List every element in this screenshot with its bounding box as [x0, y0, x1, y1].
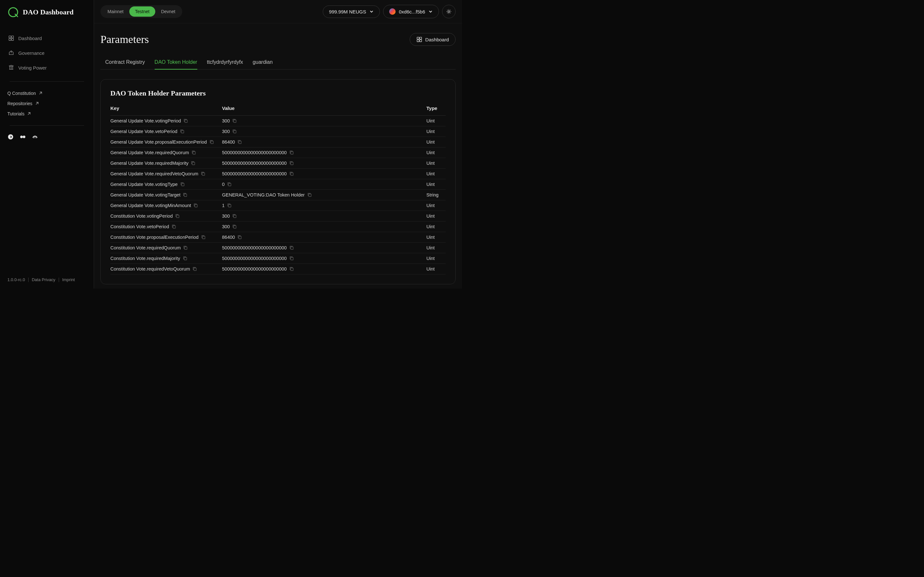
version: 1.0.0-rc.0	[7, 277, 25, 282]
copy-icon[interactable]	[289, 267, 294, 271]
copy-icon[interactable]	[184, 119, 188, 123]
copy-icon[interactable]	[201, 235, 206, 239]
table-row: General Update Vote.votingMinAmount1Uint	[110, 200, 446, 211]
footer-divider	[28, 277, 29, 282]
link-repositories[interactable]: Repositories	[7, 98, 86, 109]
cell-type: Uint	[426, 161, 446, 166]
svg-rect-29	[195, 205, 197, 207]
network-tab-testnet[interactable]: Testnet	[129, 6, 155, 17]
cell-key: Constitution Vote.requiredVetoQuorum	[110, 266, 222, 271]
sidebar-item-governance[interactable]: Governance	[5, 45, 89, 60]
copy-icon[interactable]	[175, 214, 180, 218]
copy-icon[interactable]	[180, 129, 184, 134]
copy-icon[interactable]	[232, 119, 237, 123]
svg-point-7	[23, 135, 25, 138]
panel-title: DAO Token Holder Parameters	[110, 89, 446, 97]
social-icon-1[interactable]	[7, 134, 14, 140]
wallet-address: 0xd6c...f5b6	[399, 9, 425, 15]
svg-rect-13	[185, 120, 187, 122]
tab-guardian[interactable]: guardian	[253, 55, 273, 69]
svg-rect-2	[11, 36, 13, 38]
svg-rect-36	[239, 236, 241, 239]
logo-area[interactable]: DAO Dashboard	[0, 6, 94, 18]
cell-value: GENERAL_VOTING:DAO Token Holder	[222, 192, 426, 197]
svg-rect-27	[184, 194, 187, 197]
table-row: Constitution Vote.requiredVetoQuorum5000…	[110, 264, 446, 274]
link-q-constitution[interactable]: Q Constitution	[7, 88, 86, 98]
copy-icon[interactable]	[172, 224, 176, 229]
copy-icon[interactable]	[232, 129, 237, 134]
svg-rect-42	[291, 268, 293, 271]
table-row: General Update Vote.requiredVetoQuorum50…	[110, 169, 446, 179]
copy-icon[interactable]	[232, 224, 237, 229]
copy-icon[interactable]	[192, 267, 197, 271]
table-row: Constitution Vote.votingPeriod300Uint	[110, 211, 446, 221]
copy-icon[interactable]	[227, 182, 232, 187]
copy-icon[interactable]	[183, 193, 187, 197]
copy-icon[interactable]	[227, 203, 232, 208]
main: MainnetTestnetDevnet 999.99M NEUGS 0xd6c…	[94, 0, 462, 288]
svg-rect-11	[417, 40, 419, 42]
dashboard-icon	[417, 37, 422, 42]
copy-icon[interactable]	[237, 235, 242, 239]
dashboard-button[interactable]: Dashboard	[410, 33, 456, 46]
sidebar-item-voting-power[interactable]: Voting Power	[5, 60, 89, 75]
wallet-pill[interactable]: 0xd6c...f5b6	[383, 5, 439, 18]
copy-icon[interactable]	[232, 214, 237, 218]
svg-rect-19	[193, 152, 195, 154]
copy-icon[interactable]	[289, 256, 294, 261]
tab-ttcfydrdyrfyrdyfx[interactable]: ttcfydrdyrfyrdyfx	[207, 55, 243, 69]
copy-icon[interactable]	[289, 150, 294, 155]
settings-button[interactable]	[442, 5, 456, 18]
sidebar-item-dashboard[interactable]: Dashboard	[5, 31, 89, 45]
content: Parameters Dashboard Contract RegistryDA…	[94, 23, 462, 288]
copy-icon[interactable]	[183, 256, 187, 261]
cell-key: General Update Vote.votingMinAmount	[110, 203, 222, 208]
svg-rect-17	[211, 141, 213, 143]
topbar-right: 999.99M NEUGS 0xd6c...f5b6	[323, 5, 456, 18]
cell-key: General Update Vote.votingType	[110, 182, 222, 187]
link-tutorials[interactable]: Tutorials	[7, 109, 86, 119]
social-icon-2[interactable]	[19, 134, 26, 140]
copy-icon[interactable]	[183, 245, 188, 250]
copy-icon[interactable]	[237, 140, 242, 144]
social-icon-3[interactable]	[32, 134, 38, 140]
cell-key: Constitution Vote.proposalExecutionPerio…	[110, 235, 222, 240]
svg-rect-34	[234, 226, 236, 228]
copy-icon[interactable]	[307, 193, 312, 197]
copy-icon[interactable]	[192, 150, 196, 155]
table-header: Key Value Type	[110, 105, 446, 116]
svg-rect-38	[291, 247, 293, 250]
tab-dao-token-holder[interactable]: DAO Token Holder	[155, 55, 197, 69]
svg-rect-24	[291, 173, 293, 175]
copy-icon[interactable]	[191, 161, 195, 165]
copy-icon[interactable]	[201, 171, 205, 176]
copy-icon[interactable]	[210, 140, 214, 144]
network-tab-devnet[interactable]: Devnet	[155, 6, 181, 17]
copy-icon[interactable]	[289, 245, 294, 250]
cell-type: Uint	[426, 266, 446, 271]
network-tab-mainnet[interactable]: Mainnet	[102, 6, 129, 17]
copy-icon[interactable]	[180, 182, 185, 187]
cell-type: Uint	[426, 182, 446, 187]
external-link-icon	[39, 91, 42, 95]
svg-rect-39	[184, 258, 187, 260]
tabs: Contract RegistryDAO Token Holderttcfydr…	[100, 55, 456, 69]
svg-rect-37	[184, 247, 187, 250]
tab-contract-registry[interactable]: Contract Registry	[105, 55, 145, 69]
cell-value: 300	[222, 118, 426, 123]
dashboard-icon	[8, 35, 15, 41]
balance-pill[interactable]: 999.99M NEUGS	[323, 5, 380, 18]
cell-key: Constitution Vote.requiredQuorum	[110, 245, 222, 250]
divider	[10, 81, 84, 82]
svg-rect-33	[173, 226, 176, 228]
copy-icon[interactable]	[194, 203, 198, 208]
copy-icon[interactable]	[289, 161, 294, 165]
copy-icon[interactable]	[289, 171, 294, 176]
col-header-key: Key	[110, 105, 222, 111]
svg-rect-1	[9, 36, 11, 38]
link-data-privacy[interactable]: Data Privacy	[32, 277, 55, 282]
link-imprint[interactable]: Imprint	[62, 277, 75, 282]
table-row: General Update Vote.votingPeriod300Uint	[110, 116, 446, 126]
svg-rect-9	[417, 37, 419, 39]
